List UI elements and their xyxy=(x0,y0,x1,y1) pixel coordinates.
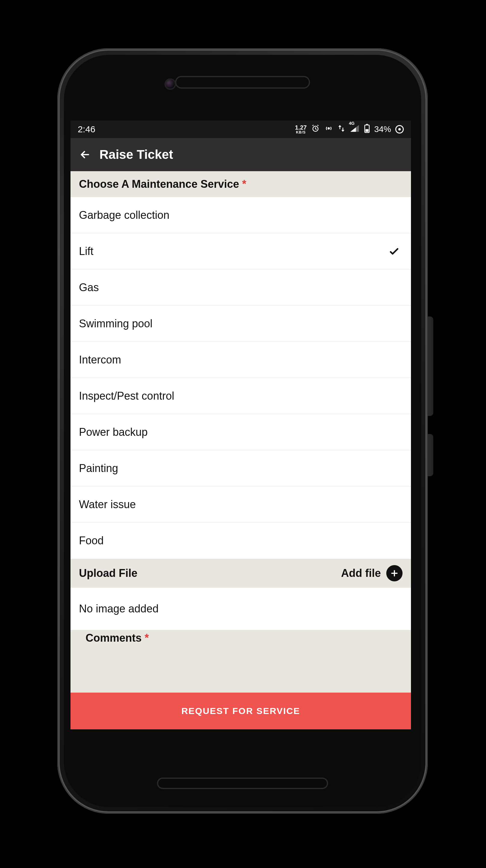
phone-chin-speaker xyxy=(158,779,327,788)
back-button[interactable] xyxy=(78,147,92,162)
section-upload-file: Upload File Add file xyxy=(70,559,411,588)
service-item-food[interactable]: Food xyxy=(70,523,411,559)
service-list: Garbage collection Lift Gas Swimming poo… xyxy=(70,197,411,559)
phone-frame: 2:46 1.27 KB/S xyxy=(57,48,428,814)
upload-label: Upload File xyxy=(79,567,137,580)
service-item-lift[interactable]: Lift xyxy=(70,233,411,270)
data-arrows-icon xyxy=(337,124,345,135)
stage: 2:46 1.27 KB/S xyxy=(0,0,486,868)
section-comments: Comments * xyxy=(70,630,411,644)
upload-empty-label: No image added xyxy=(79,602,159,615)
service-item-gas[interactable]: Gas xyxy=(70,270,411,306)
page-title: Raise Ticket xyxy=(99,147,173,162)
service-item-label: Gas xyxy=(79,281,99,294)
app-bar: Raise Ticket xyxy=(70,138,411,171)
upload-empty-state: No image added xyxy=(70,588,411,630)
check-icon xyxy=(388,245,400,257)
plus-icon xyxy=(386,565,402,581)
service-item-label: Intercom xyxy=(79,353,121,366)
arrow-left-icon xyxy=(79,149,91,161)
add-file-label: Add file xyxy=(341,567,381,580)
svg-rect-4 xyxy=(365,129,368,132)
status-bar: 2:46 1.27 KB/S xyxy=(70,121,411,138)
svg-point-1 xyxy=(328,127,329,129)
request-service-button[interactable]: REQUEST FOR SERVICE xyxy=(70,692,411,730)
service-item-label: Water issue xyxy=(79,498,136,511)
status-right: 1.27 KB/S xyxy=(295,124,404,135)
section-label: Choose A Maintenance Service xyxy=(79,178,239,190)
comments-label: Comments xyxy=(86,632,141,644)
service-item-painting[interactable]: Painting xyxy=(70,450,411,487)
add-file-button[interactable]: Add file xyxy=(341,565,402,581)
hotspot-icon xyxy=(324,124,333,135)
alarm-icon xyxy=(311,124,320,135)
service-item-label: Garbage collection xyxy=(79,209,169,221)
service-item-power-backup[interactable]: Power backup xyxy=(70,414,411,450)
screen: 2:46 1.27 KB/S xyxy=(70,121,411,730)
service-item-label: Food xyxy=(79,534,104,547)
required-asterisk: * xyxy=(144,632,149,644)
required-asterisk: * xyxy=(242,178,247,190)
svg-rect-3 xyxy=(366,124,367,125)
service-item-swimming-pool[interactable]: Swimming pool xyxy=(70,306,411,342)
submit-label: REQUEST FOR SERVICE xyxy=(182,706,300,716)
service-item-label: Power backup xyxy=(79,426,148,438)
service-item-label: Swimming pool xyxy=(79,317,153,330)
status-time: 2:46 xyxy=(78,124,95,134)
service-item-label: Lift xyxy=(79,245,93,258)
service-item-water-issue[interactable]: Water issue xyxy=(70,487,411,523)
service-item-pest-control[interactable]: Inspect/Pest control xyxy=(70,378,411,414)
service-item-label: Painting xyxy=(79,462,118,475)
phone-earpiece xyxy=(176,77,309,87)
signal-icon: 4G xyxy=(350,124,360,135)
service-item-label: Inspect/Pest control xyxy=(79,390,174,402)
battery-percent: 34% xyxy=(374,124,391,134)
status-net-speed: 1.27 KB/S xyxy=(295,124,307,134)
service-item-intercom[interactable]: Intercom xyxy=(70,342,411,378)
status-ring-icon xyxy=(395,125,404,133)
service-item-garbage-collection[interactable]: Garbage collection xyxy=(70,197,411,233)
battery-icon xyxy=(364,124,370,135)
section-choose-service: Choose A Maintenance Service * xyxy=(70,171,411,197)
phone-camera xyxy=(166,80,175,89)
